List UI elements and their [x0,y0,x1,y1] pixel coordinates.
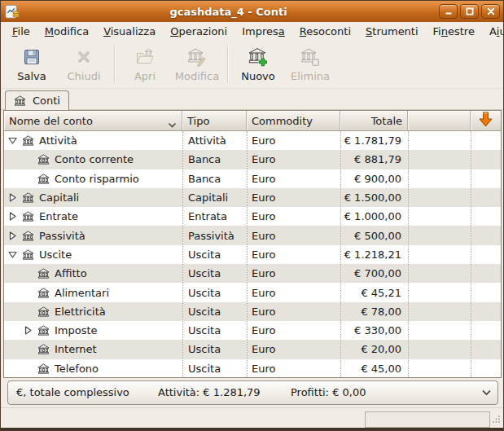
account-type: Uscita [188,287,221,299]
account-commodity: Euro [252,173,275,185]
expander-placeholder [23,174,33,184]
account-type: Uscita [188,324,221,336]
account-total: € 1.500,00 [344,191,401,204]
maximize-button[interactable] [460,4,479,19]
bank-icon [37,174,50,184]
account-name: Elettricità [55,306,106,318]
account-commodity: Euro [252,134,275,147]
bank-icon [22,231,34,241]
account-type: Uscita [188,306,221,318]
account-name: Capitali [39,191,79,204]
menu-aiuto[interactable]: Aiuto [482,23,504,40]
bank-icon [22,249,34,260]
summary-bar[interactable]: €, totale complessivo Attività: € 1.281,… [7,380,498,405]
minimize-button[interactable] [439,4,458,19]
chevron-down-icon[interactable] [476,381,497,404]
account-total: € 45,21 [361,287,401,299]
account-total: € 330,00 [354,324,401,336]
account-commodity: Euro [252,343,275,355]
menu-resoconti[interactable]: Resoconti [292,23,358,40]
account-row[interactable]: Conto risparmioBancaEuro€ 900,00 [4,169,501,188]
resize-grip[interactable] [491,414,502,427]
menu-strumenti[interactable]: Strumenti [358,23,426,40]
account-name: Imposte [55,324,98,336]
expander-closed-icon[interactable] [23,325,33,336]
menu-visualizza[interactable]: Visualizza [96,23,163,40]
close-button[interactable] [481,4,500,19]
tab-conti[interactable]: Conti [5,90,69,110]
account-name: Uscite [39,248,72,261]
summary-profits: Profitti: € 0,00 [291,381,366,404]
account-type: Capitali [188,191,228,204]
menu-finestre[interactable]: Finestre [426,23,482,40]
account-type: Entrata [188,210,227,222]
summary-total-label: €, totale complessivo [16,381,129,404]
accounts-treeview: Nome del conto Tipo Commodity Totale [3,110,502,378]
edit-account-icon [187,47,207,67]
account-total: € 881,79 [354,153,401,165]
expander-closed-icon[interactable] [7,192,18,203]
account-commodity: Euro [252,306,275,318]
account-total: € 700,00 [354,267,401,279]
account-row[interactable]: TelefonoUscitaEuro€ 45,00 [4,359,501,377]
account-type: Attività [188,134,226,147]
account-name: Alimentari [55,287,109,299]
account-total: € 1.218,21 [344,248,401,261]
account-row[interactable]: UsciteUscitaEuro€ 1.218,21 [4,245,501,264]
expander-open-icon[interactable] [7,135,18,146]
orange-down-arrow-icon [479,112,493,130]
menu-operazioni[interactable]: Operazioni [163,23,234,40]
account-row[interactable]: Conto correnteBancaEuro€ 881,79 [4,150,501,169]
elimina-toolbar-button: Elimina [284,43,336,86]
bank-icon [37,268,50,279]
account-row[interactable]: ElettricitàUscitaEuro€ 78,00 [4,302,501,321]
account-row[interactable]: AffittoUscitaEuro€ 700,00 [4,264,501,283]
account-row[interactable]: InternetUscitaEuro€ 20,00 [4,340,501,358]
menu-modifica[interactable]: Modifica [37,23,96,40]
bank-icon [37,306,50,317]
account-commodity: Euro [252,248,275,261]
account-row[interactable]: AttivitàAttivitàEuro€ 1.781,79 [4,131,501,150]
account-total: € 45,00 [361,363,401,375]
account-total: € 900,00 [354,173,401,185]
salva-toolbar-button[interactable]: Salva [6,43,58,86]
triangle-icon [7,231,18,241]
account-row[interactable]: PassivitàPassivitàEuro€ 500,00 [4,226,501,244]
account-row[interactable]: CapitaliCapitaliEuro€ 1.500,00 [4,188,501,207]
column-header-empty [408,111,471,130]
account-name: Conto corrente [55,153,134,165]
menu-file[interactable]: File [5,23,37,40]
account-commodity: Euro [252,287,275,299]
column-header-totale[interactable]: Totale [340,111,408,130]
expander-open-icon[interactable] [7,249,18,260]
account-type: Uscita [188,267,221,279]
expander-closed-icon[interactable] [7,231,18,241]
account-row[interactable]: AlimentariUscitaEuro€ 45,21 [4,283,501,301]
progress-bar [365,411,490,428]
tab-label: Conti [33,95,60,107]
toolbar-separator [227,46,228,82]
bank-icon [37,363,50,374]
toolbar-button-label: Nuovo [241,70,275,82]
nuovo-toolbar-button[interactable]: Nuovo [232,43,284,86]
expander-closed-icon[interactable] [7,211,18,222]
account-type: Uscita [188,363,221,375]
account-row[interactable]: EntrateEntrataEuro€ 1.000,00 [4,207,501,226]
account-row[interactable]: ImposteUscitaEuro€ 330,00 [4,321,501,340]
column-header-commodity[interactable]: Commodity [247,111,340,130]
expander-placeholder [23,268,33,279]
column-menu-button[interactable] [471,111,501,130]
account-name: Internet [55,343,97,355]
bank-icon [14,95,27,106]
title-bar[interactable]: gcashdata_4 - Conti [1,1,503,22]
account-total: € 1.000,00 [344,210,401,222]
bank-icon [37,288,50,298]
account-total: € 20,00 [361,343,401,355]
app-icon[interactable] [4,3,20,20]
account-type: Banca [188,153,221,165]
toolbar-button-label: Elimina [291,70,330,82]
column-header-name[interactable]: Nome del conto [4,111,182,130]
account-name: Attività [39,134,77,147]
column-header-tipo[interactable]: Tipo [182,111,247,130]
menu-impresa[interactable]: Impresa [234,23,292,40]
